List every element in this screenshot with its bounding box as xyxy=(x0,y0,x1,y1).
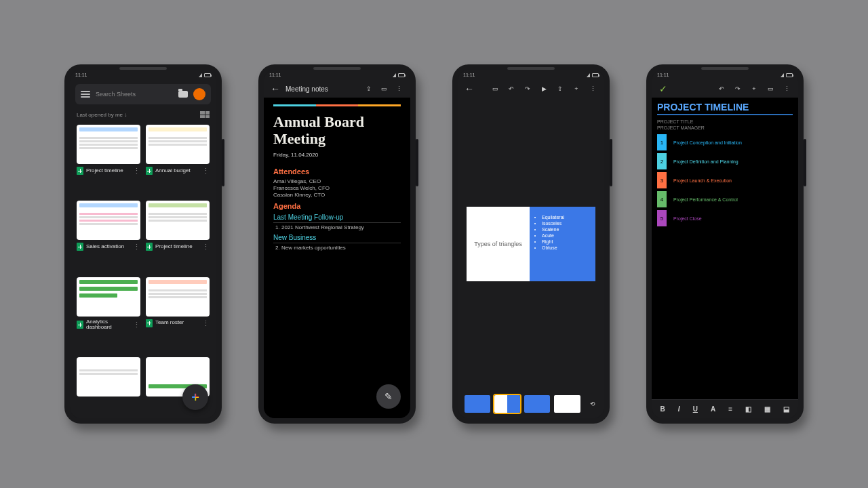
slide-thumb-selected[interactable] xyxy=(494,395,520,413)
filmstrip: ⟲ xyxy=(458,390,604,418)
redo-icon[interactable]: ↷ xyxy=(523,84,532,94)
share-icon[interactable]: ⇪ xyxy=(364,84,374,94)
status-bar: 11:11 xyxy=(264,70,410,80)
account-avatar[interactable] xyxy=(193,88,205,100)
phase-row[interactable]: 5Project Close xyxy=(657,210,793,226)
phase-row[interactable]: 2Project Definition and Planning xyxy=(657,153,793,169)
comment-icon[interactable]: ▭ xyxy=(379,84,389,94)
file-tile[interactable]: Analytics dashboard⋮ xyxy=(77,277,140,352)
doc-date: Friday, 11.04.2020 xyxy=(273,152,401,158)
file-tile[interactable]: Team roster⋮ xyxy=(146,277,210,352)
file-grid: Project timeline⋮ Annual budget⋮ Sales a… xyxy=(70,121,216,418)
slide-thumb[interactable] xyxy=(465,395,490,413)
slide-title: Types of triangles xyxy=(467,207,530,281)
share-icon[interactable]: ⇪ xyxy=(555,84,565,94)
present-icon[interactable]: ▶ xyxy=(539,84,549,94)
phone-sheets-editor: 11:11 ↶ ↷ + ▭ ⋮ PROJECT TIMELINE PROJECT… xyxy=(646,64,804,424)
file-tile[interactable]: Project timeline⋮ xyxy=(146,201,210,271)
slide-thumb[interactable] xyxy=(524,395,550,413)
more-icon[interactable]: ⋮ xyxy=(588,84,597,94)
borders-icon[interactable]: ▦ xyxy=(764,405,770,413)
search-bar[interactable]: Search Sheets xyxy=(75,84,211,104)
cast-icon[interactable]: ▭ xyxy=(490,84,500,94)
subsection-new-business: New Business xyxy=(273,234,401,243)
speaker-notes-icon[interactable]: ⟲ xyxy=(589,399,597,409)
phase-row[interactable]: 4Project Performance & Control xyxy=(657,191,793,207)
pencil-icon xyxy=(384,391,393,402)
status-bar: 11:11 xyxy=(70,70,216,80)
fill-color-icon[interactable]: ◧ xyxy=(745,405,751,413)
back-icon[interactable] xyxy=(271,84,280,94)
align-icon[interactable]: ≡ xyxy=(728,405,732,413)
signal-icon xyxy=(199,73,202,77)
slide-thumb[interactable] xyxy=(554,395,580,413)
status-bar: 11:11 xyxy=(652,70,798,80)
back-icon[interactable] xyxy=(465,84,474,94)
slide-bullets: Equilateral Isosceles Scalene Acute Righ… xyxy=(530,207,595,281)
sheets-icon xyxy=(146,167,153,175)
file-tile[interactable]: Sales activation⋮ xyxy=(77,201,140,271)
status-time: 11:11 xyxy=(75,73,87,77)
doc-heading: Annual Board Meeting xyxy=(273,113,401,148)
sheet-meta: PROJECT TITLEPROJECT MANAGER xyxy=(657,119,793,130)
sort-label[interactable]: Last opened by me ↓ xyxy=(77,112,127,118)
spreadsheet-body[interactable]: PROJECT TIMELINE PROJECT TITLEPROJECT MA… xyxy=(652,98,798,399)
done-icon[interactable] xyxy=(658,84,668,94)
doc-body[interactable]: Annual Board Meeting Friday, 11.04.2020 … xyxy=(264,98,410,418)
more-icon[interactable]: ⋮ xyxy=(394,84,403,94)
doc-title[interactable]: Meeting notes xyxy=(285,85,359,93)
add-icon[interactable]: + xyxy=(749,84,759,94)
section-agenda: Agenda xyxy=(273,202,401,210)
search-input[interactable]: Search Sheets xyxy=(96,91,173,98)
view-toggle-icon[interactable] xyxy=(200,111,210,118)
underline-button[interactable]: U xyxy=(693,405,698,413)
format-toolbar: B I U A ≡ ◧ ▦ ⬓ xyxy=(652,399,798,418)
file-tile[interactable]: Annual budget⋮ xyxy=(146,125,210,195)
merge-icon[interactable]: ⬓ xyxy=(783,405,789,413)
create-fab[interactable]: + xyxy=(182,384,208,410)
redo-icon[interactable]: ↷ xyxy=(733,84,743,94)
sheets-icon xyxy=(77,167,83,175)
plus-icon: + xyxy=(191,390,199,405)
file-tile[interactable]: Project timeline⋮ xyxy=(77,125,140,195)
add-icon[interactable]: + xyxy=(572,84,581,94)
slide-canvas[interactable]: Types of triangles Equilateral Isosceles… xyxy=(458,98,604,390)
phase-row[interactable]: 3Project Launch & Execution xyxy=(657,172,793,188)
sheets-icon xyxy=(77,243,83,251)
edit-fab[interactable] xyxy=(376,384,401,409)
filter-bar: Last opened by me ↓ xyxy=(70,108,216,121)
subsection-last-meeting: Last Meeting Follow-up xyxy=(273,214,401,223)
italic-button[interactable]: I xyxy=(678,405,680,413)
sheets-icon xyxy=(146,319,153,327)
undo-icon[interactable]: ↶ xyxy=(717,84,726,94)
sheets-icon xyxy=(146,243,153,251)
sheets-icon xyxy=(77,321,83,329)
phone-docs: 11:11 Meeting notes ⇪ ▭ ⋮ Annual Board M… xyxy=(258,64,416,424)
bold-button[interactable]: B xyxy=(660,405,665,413)
menu-icon[interactable] xyxy=(81,91,90,98)
doc-accent-stripe xyxy=(273,104,401,106)
phone-sheets-list: 11:11 Search Sheets Last opened by me ↓ … xyxy=(64,64,222,424)
text-color-button[interactable]: A xyxy=(711,405,715,413)
current-slide[interactable]: Types of triangles Equilateral Isosceles… xyxy=(467,207,595,281)
sheet-heading: PROJECT TIMELINE xyxy=(657,102,793,115)
comment-icon[interactable]: ▭ xyxy=(766,84,775,94)
sheets-toolbar: ↶ ↷ + ▭ ⋮ xyxy=(652,80,798,98)
battery-icon xyxy=(204,73,211,77)
file-tile[interactable] xyxy=(77,357,140,414)
section-attendees: Attendees xyxy=(273,167,401,176)
more-icon[interactable]: ⋮ xyxy=(782,84,791,94)
slides-toolbar: ▭ ↶ ↷ ▶ ⇪ + ⋮ xyxy=(458,80,604,98)
undo-icon[interactable]: ↶ xyxy=(507,84,516,94)
folder-icon[interactable] xyxy=(178,91,188,98)
phone-slides: 11:11 ▭ ↶ ↷ ▶ ⇪ + ⋮ Types of triangles E… xyxy=(452,64,610,424)
status-bar: 11:11 xyxy=(458,70,604,80)
phase-row[interactable]: 1Project Conception and Initiation xyxy=(657,134,793,150)
docs-appbar: Meeting notes ⇪ ▭ ⋮ xyxy=(264,80,410,98)
